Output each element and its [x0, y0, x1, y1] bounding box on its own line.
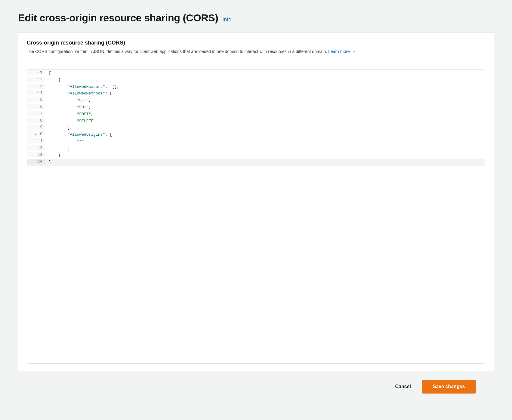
editor-line: ▾ 6 "PUT", [27, 104, 485, 111]
page-title: Edit cross-origin resource sharing (CORS… [18, 12, 218, 24]
line-content[interactable]: "PUT", [45, 104, 485, 111]
line-number: ▾ 8 [27, 118, 45, 123]
line-number: ▾ 14 [27, 159, 45, 164]
line-number: ▾ 12 [27, 145, 45, 150]
editor-line: ▾ 1 [ [27, 70, 485, 77]
page-header: Edit cross-origin resource sharing (CORS… [18, 12, 494, 24]
line-content[interactable]: "AllowedOrigins": [ [45, 131, 485, 138]
fold-arrow[interactable]: ▾ [37, 71, 39, 74]
line-content[interactable]: "GET", [45, 97, 485, 104]
info-link[interactable]: Info [222, 17, 231, 23]
line-number: ▾ 7 [27, 111, 45, 116]
line-number: ▾ 10 [27, 131, 45, 137]
editor-line: ▾ 10 "AllowedOrigins": [ [27, 131, 485, 138]
editor-line: ▾ 4 "AllowedMethods": [ [27, 90, 485, 97]
line-number: ▾ 13 [27, 152, 45, 157]
editor-line: ▾ 14 ] [27, 159, 485, 166]
editor-line: ▾ 9 ], [27, 125, 485, 131]
save-button[interactable]: Save changes [422, 380, 476, 394]
main-card: Cross-origin resource sharing (CORS) The… [18, 32, 494, 371]
editor-line: ▾ 2 { [27, 77, 485, 84]
line-content[interactable]: } [45, 152, 485, 159]
editor-line: ▾ 8 "DELETE" [27, 118, 485, 125]
line-number: ▾ 9 [27, 125, 45, 130]
line-content[interactable]: ] [45, 159, 485, 166]
editor-section: ▾ 1 [ ▾ 2 { ▾ 3 [18, 62, 494, 371]
line-number: ▾ 11 [27, 138, 45, 144]
editor-line: ▾ 7 "POST", [27, 111, 485, 118]
line-content[interactable]: "AllowedHeaders": [], [45, 84, 485, 91]
cancel-button[interactable]: Cancel [389, 380, 417, 393]
line-content[interactable]: [ [45, 70, 485, 77]
card-info-desc: The CORS configuration, written in JSON,… [27, 48, 485, 55]
editor-line: ▾ 12 ] [27, 145, 485, 152]
editor-line: ▾ 3 "AllowedHeaders": [], [27, 84, 485, 91]
code-editor[interactable]: ▾ 1 [ ▾ 2 { ▾ 3 [27, 69, 485, 364]
line-content[interactable]: "DELETE" [45, 118, 485, 125]
editor-lines: ▾ 1 [ ▾ 2 { ▾ 3 [27, 70, 485, 363]
editor-line: ▾ 5 "GET", [27, 97, 485, 104]
line-content[interactable]: "AllowedMethods": [ [45, 90, 485, 97]
line-number: ▾ 3 [27, 84, 45, 89]
card-info-title: Cross-origin resource sharing (CORS) [27, 40, 485, 46]
footer-actions: Cancel Save changes [18, 371, 494, 402]
line-number: ▾ 6 [27, 104, 45, 109]
editor-line: ▾ 11 "*" [27, 138, 485, 145]
line-number: ▾ 1 [27, 70, 45, 75]
line-number: ▾ 2 [27, 77, 45, 82]
fold-arrow[interactable]: ▾ [37, 77, 39, 81]
card-info-section: Cross-origin resource sharing (CORS) The… [18, 32, 494, 62]
line-content[interactable]: "POST", [45, 111, 485, 118]
external-link-icon: ↗ [352, 49, 355, 54]
fold-arrow[interactable]: ▾ [37, 91, 39, 95]
line-content[interactable]: ], [45, 125, 485, 131]
editor-line: ▾ 13 } [27, 152, 485, 159]
fold-arrow[interactable]: ▾ [35, 132, 36, 136]
line-content[interactable]: { [45, 77, 485, 84]
line-number: ▾ 4 [27, 90, 45, 95]
line-content[interactable]: "*" [45, 138, 485, 145]
line-number: ▾ 5 [27, 97, 45, 102]
line-content[interactable]: ] [45, 145, 485, 152]
learn-more-link[interactable]: Learn more ↗ [328, 49, 355, 54]
